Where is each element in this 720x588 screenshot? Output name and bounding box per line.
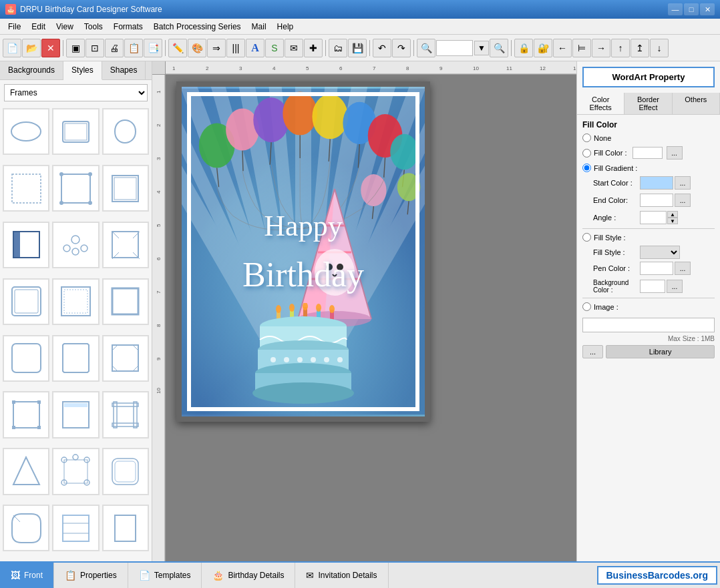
frame-item[interactable]: [52, 448, 99, 495]
pen-color-box[interactable]: [640, 262, 673, 275]
tab-templates[interactable]: 📄 Templates: [128, 563, 202, 588]
canvas-area[interactable]: 1 2 3 4 5 6 7 8 9 10 11 12 13 14 15 16: [152, 61, 576, 561]
fill-style-select[interactable]: [640, 246, 680, 259]
menu-file[interactable]: File: [3, 19, 26, 34]
angle-input[interactable]: 0: [640, 211, 667, 224]
frame-item[interactable]: [102, 278, 149, 325]
frame-item[interactable]: [52, 505, 99, 551]
end-color-browse[interactable]: ...: [675, 194, 691, 207]
frame-item[interactable]: [52, 222, 99, 268]
frame-item[interactable]: [52, 391, 99, 438]
frame-item[interactable]: [3, 108, 49, 155]
tb-btn11[interactable]: 🗂: [329, 39, 347, 57]
start-color-browse[interactable]: ...: [675, 176, 691, 190]
maximize-button[interactable]: □: [684, 3, 699, 15]
end-color-box[interactable]: [640, 194, 673, 207]
zoom-out-button[interactable]: 🔍: [490, 39, 508, 57]
frame-item[interactable]: [102, 222, 149, 268]
bg-color-browse[interactable]: ...: [667, 280, 683, 293]
image-path-input[interactable]: [582, 318, 715, 332]
frame-item[interactable]: [52, 278, 99, 325]
tab-shapes[interactable]: Shapes: [102, 61, 146, 79]
arrow-left-button[interactable]: ←: [553, 39, 572, 57]
lock-button[interactable]: 🔒: [514, 39, 533, 57]
tab-properties[interactable]: 📋 Properties: [54, 563, 128, 588]
image-radio[interactable]: [582, 302, 591, 311]
frames-dropdown[interactable]: Frames Borders Corners: [4, 84, 148, 101]
frame-item[interactable]: [3, 165, 49, 212]
tab-color-effects[interactable]: Color Effects: [577, 93, 624, 114]
frame-item[interactable]: [52, 108, 99, 155]
tb-btn6[interactable]: ✏️: [168, 39, 187, 57]
frame-item[interactable]: [3, 391, 49, 438]
angle-up[interactable]: ▲: [667, 211, 678, 218]
tab-styles[interactable]: Styles: [63, 61, 102, 80]
frame-item[interactable]: [102, 505, 149, 551]
image-browse-button[interactable]: ...: [582, 345, 603, 358]
text-button[interactable]: A: [246, 39, 264, 57]
tb-btn4[interactable]: 📋: [124, 39, 143, 57]
close-button[interactable]: ✕: [700, 3, 715, 15]
tb-btn10[interactable]: ✉: [285, 39, 303, 57]
tb-btn5[interactable]: 📑: [144, 39, 162, 57]
tb-btn8[interactable]: ⇒: [207, 39, 226, 57]
frame-item[interactable]: [102, 448, 149, 495]
fill-style-radio[interactable]: [582, 233, 591, 242]
crosshair-button[interactable]: ✚: [304, 39, 323, 57]
bg-color-box[interactable]: [640, 280, 665, 293]
new-button[interactable]: 📄: [3, 39, 21, 57]
redo-button[interactable]: ↷: [392, 39, 411, 57]
menu-formats[interactable]: Formats: [108, 19, 148, 34]
frame-item[interactable]: [102, 108, 149, 155]
menu-tools[interactable]: Tools: [79, 19, 108, 34]
tb-btn13[interactable]: ↥: [631, 39, 649, 57]
menu-help[interactable]: Help: [272, 19, 299, 34]
frame-item[interactable]: [3, 335, 49, 382]
barcode-button[interactable]: |||: [226, 39, 245, 57]
frame-item[interactable]: [3, 448, 49, 495]
undo-button[interactable]: ↶: [373, 39, 391, 57]
tb-btn12[interactable]: 💾: [348, 39, 367, 57]
tab-front[interactable]: 🖼 Front: [0, 563, 54, 588]
fill-gradient-radio[interactable]: [582, 164, 591, 172]
frame-item[interactable]: [102, 335, 149, 382]
fill-color-browse[interactable]: ...: [667, 146, 683, 160]
start-color-box[interactable]: [640, 176, 673, 190]
minimize-button[interactable]: —: [668, 3, 683, 15]
align-button[interactable]: ⊨: [572, 39, 591, 57]
frame-item[interactable]: [3, 505, 49, 551]
tb-btn7[interactable]: 🎨: [188, 39, 206, 57]
save-button[interactable]: ✕: [41, 39, 60, 57]
library-button[interactable]: Library: [606, 345, 715, 358]
tab-invitation-details[interactable]: ✉ Invitation Details: [295, 563, 388, 588]
tb-btn9[interactable]: S: [265, 39, 284, 57]
tab-birthday-details[interactable]: 🎂 Birthday Details: [202, 563, 295, 588]
menu-batch[interactable]: Batch Processing Series: [148, 19, 246, 34]
menu-mail[interactable]: Mail: [246, 19, 272, 34]
none-radio[interactable]: [582, 133, 591, 142]
frame-item[interactable]: [102, 165, 149, 212]
frame-item[interactable]: [3, 222, 49, 268]
menu-edit[interactable]: Edit: [26, 19, 51, 34]
zoom-input[interactable]: 200%: [436, 40, 473, 56]
tb-btn3[interactable]: ⊡: [85, 39, 104, 57]
menu-view[interactable]: View: [51, 19, 79, 34]
tab-others[interactable]: Others: [673, 93, 720, 114]
fill-color-box[interactable]: [633, 147, 663, 159]
frame-item[interactable]: [102, 391, 149, 438]
tab-backgrounds[interactable]: Backgrounds: [0, 61, 63, 79]
zoom-in-button[interactable]: 🔍: [417, 39, 435, 57]
angle-down[interactable]: ▼: [667, 218, 678, 224]
frame-item[interactable]: [52, 335, 99, 382]
arrow-up-button[interactable]: ↑: [611, 39, 630, 57]
tb-btn2[interactable]: ▣: [66, 39, 85, 57]
open-button[interactable]: 📂: [22, 39, 41, 57]
lock2-button[interactable]: 🔐: [534, 39, 552, 57]
arrow-down-button[interactable]: ↓: [650, 39, 669, 57]
pen-color-browse[interactable]: ...: [675, 262, 691, 275]
zoom-dropdown-button[interactable]: ▼: [474, 41, 489, 55]
fill-color-radio[interactable]: [582, 149, 591, 158]
arrow-right-button[interactable]: →: [592, 39, 610, 57]
frame-item[interactable]: [52, 165, 99, 212]
print-button[interactable]: 🖨: [105, 39, 124, 57]
